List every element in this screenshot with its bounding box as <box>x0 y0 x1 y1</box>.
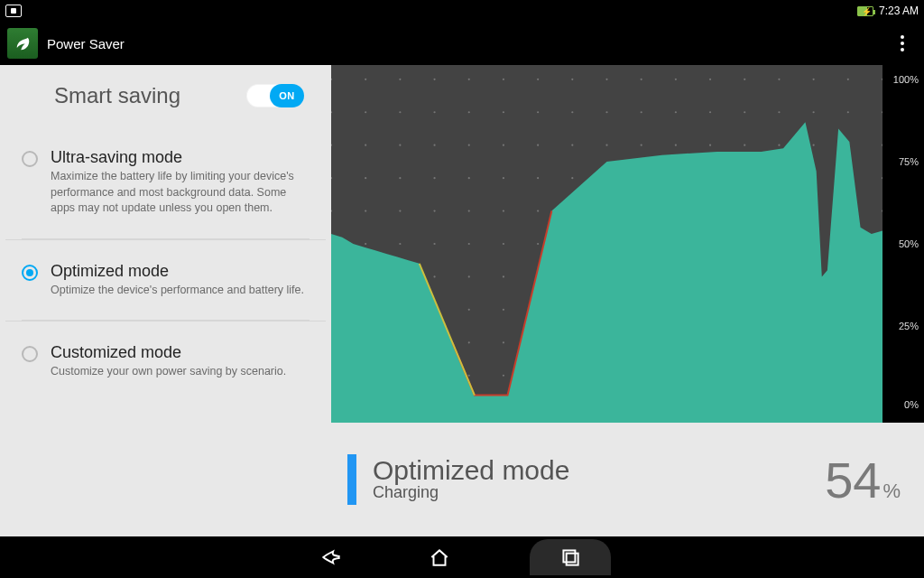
radio-customized[interactable] <box>22 346 38 362</box>
smart-saving-row: Smart saving ON <box>0 65 331 126</box>
sidebar: Smart saving ON Ultra-saving mode Maximi… <box>0 65 331 536</box>
svg-point-3 <box>399 79 401 80</box>
current-mode-label: Optimized mode <box>373 457 569 484</box>
info-accent-bar <box>347 454 356 505</box>
svg-point-25 <box>571 111 573 113</box>
svg-point-41 <box>537 144 539 146</box>
svg-point-10 <box>641 79 642 80</box>
svg-point-2 <box>365 79 366 80</box>
svg-point-21 <box>433 111 435 113</box>
svg-point-32 <box>813 111 815 113</box>
back-button[interactable] <box>313 539 349 575</box>
svg-point-48 <box>778 144 780 146</box>
mode-optimized[interactable]: Optimized mode Optimize the device's per… <box>5 239 326 321</box>
svg-point-37 <box>399 144 401 146</box>
app-bar: Power Saver <box>0 22 924 65</box>
recent-apps-button[interactable] <box>530 539 611 575</box>
svg-point-56 <box>468 177 470 179</box>
radio-ultra-saving[interactable] <box>22 151 38 167</box>
mode-customized[interactable]: Customized mode Customize your own power… <box>5 321 326 402</box>
mode-ultra-saving[interactable]: Ultra-saving mode Maximize the battery l… <box>5 126 326 238</box>
svg-point-45 <box>675 144 677 146</box>
svg-point-58 <box>537 177 539 179</box>
svg-point-39 <box>468 144 470 146</box>
battery-percent: 54 % <box>825 451 901 509</box>
svg-point-55 <box>433 177 435 179</box>
nav-bar <box>0 536 924 578</box>
smart-saving-toggle[interactable]: ON <box>246 84 304 107</box>
main-panel: 100% 75% 50% 25% 0% Optimized mode Charg… <box>331 65 924 536</box>
svg-point-13 <box>744 79 745 80</box>
svg-point-12 <box>709 79 711 80</box>
svg-point-9 <box>605 79 607 80</box>
svg-point-38 <box>433 144 435 146</box>
svg-point-106 <box>433 275 435 277</box>
svg-point-27 <box>641 111 642 113</box>
mode-title: Optimized mode <box>51 262 304 281</box>
svg-point-28 <box>675 111 677 113</box>
svg-point-14 <box>778 79 780 80</box>
radio-optimized[interactable] <box>22 265 38 281</box>
svg-point-5 <box>468 79 470 80</box>
svg-point-159 <box>503 375 504 377</box>
svg-point-53 <box>365 177 366 179</box>
svg-point-107 <box>468 275 470 277</box>
home-button[interactable] <box>421 539 457 575</box>
svg-point-72 <box>433 210 435 211</box>
svg-point-54 <box>399 177 401 179</box>
svg-point-89 <box>433 243 435 245</box>
app-title: Power Saver <box>47 36 125 51</box>
svg-point-91 <box>503 243 504 245</box>
svg-point-47 <box>744 144 745 146</box>
svg-point-92 <box>537 243 539 245</box>
svg-point-46 <box>709 144 711 146</box>
battery-percent-value: 54 <box>825 451 881 509</box>
svg-point-29 <box>709 111 711 113</box>
mode-desc: Maximize the battery life by limiting yo… <box>51 169 304 217</box>
svg-point-26 <box>605 111 607 113</box>
current-status-label: Charging <box>373 483 569 502</box>
svg-point-6 <box>503 79 504 80</box>
svg-point-74 <box>503 210 504 211</box>
svg-point-24 <box>537 111 539 113</box>
svg-point-90 <box>468 243 470 245</box>
svg-point-40 <box>503 144 504 146</box>
svg-point-23 <box>503 111 504 113</box>
svg-point-75 <box>537 210 539 211</box>
svg-point-73 <box>468 210 470 211</box>
ytick: 100% <box>893 74 919 85</box>
svg-point-15 <box>813 79 815 80</box>
battery-charging-icon: ⚡ <box>857 6 873 16</box>
status-bar: ⚡ 7:23 AM <box>0 0 924 22</box>
svg-point-8 <box>571 79 573 80</box>
svg-point-124 <box>468 309 470 311</box>
svg-point-44 <box>641 144 642 146</box>
svg-point-11 <box>675 79 677 80</box>
svg-point-142 <box>503 341 504 343</box>
toggle-state-label: ON <box>270 84 304 107</box>
mode-title: Ultra-saving mode <box>51 148 304 167</box>
svg-point-70 <box>365 210 366 211</box>
app-leaf-icon <box>7 28 38 59</box>
chart-y-axis: 100% 75% 50% 25% 0% <box>882 65 924 423</box>
svg-point-158 <box>468 375 470 377</box>
screenshot-indicator-icon <box>5 5 22 17</box>
svg-point-87 <box>365 243 366 245</box>
svg-rect-188 <box>563 550 575 562</box>
svg-point-49 <box>813 144 815 146</box>
svg-point-88 <box>399 243 401 245</box>
chart-svg <box>331 65 882 423</box>
svg-point-7 <box>537 79 539 80</box>
svg-point-22 <box>468 111 470 113</box>
info-bar: Optimized mode Charging 54 % <box>331 423 924 536</box>
svg-point-108 <box>503 275 504 277</box>
svg-point-71 <box>399 210 401 211</box>
mode-desc: Customize your own power saving by scena… <box>51 364 304 380</box>
battery-percent-unit: % <box>882 480 901 503</box>
smart-saving-label: Smart saving <box>27 83 246 108</box>
svg-point-36 <box>365 144 366 146</box>
svg-point-57 <box>503 177 504 179</box>
overflow-menu-icon[interactable] <box>888 29 917 58</box>
svg-point-30 <box>744 111 745 113</box>
battery-chart: 100% 75% 50% 25% 0% <box>331 65 924 423</box>
